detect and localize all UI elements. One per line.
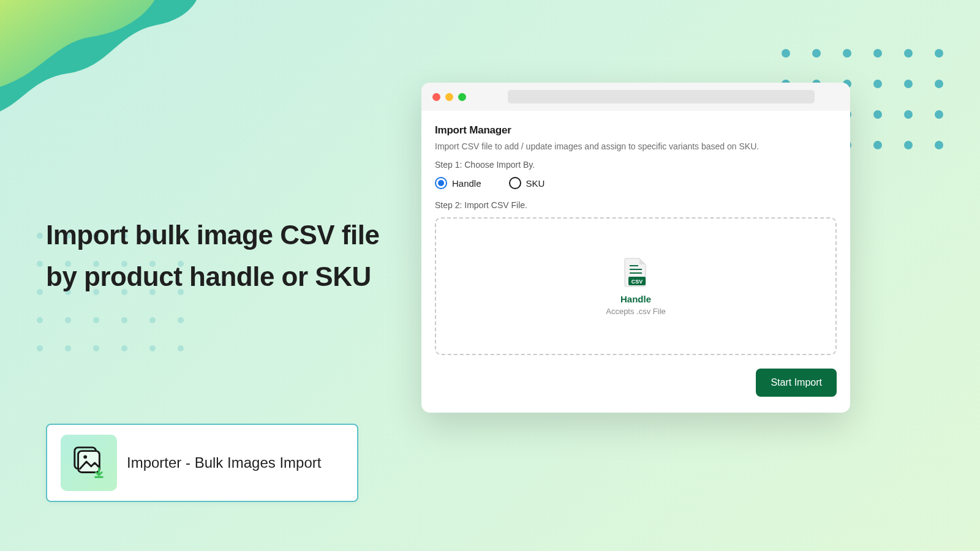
csv-dropzone[interactable]: CSV Handle Accepts .csv File xyxy=(435,217,837,355)
app-badge-card: Importer - Bulk Images Import xyxy=(46,424,358,502)
gallery-download-icon xyxy=(71,445,107,481)
decorative-blob xyxy=(0,0,257,178)
radio-handle[interactable]: Handle xyxy=(435,177,481,189)
app-badge-name: Importer - Bulk Images Import xyxy=(127,454,321,471)
radio-selected-icon xyxy=(435,177,447,189)
step1-label: Step 1: Choose Import By. xyxy=(435,160,837,170)
import-by-radio-group: Handle SKU xyxy=(435,177,837,189)
dropzone-subtext: Accepts .csv File xyxy=(606,307,666,316)
radio-sku[interactable]: SKU xyxy=(509,177,545,189)
radio-sku-label: SKU xyxy=(526,178,545,189)
start-import-button[interactable]: Start Import xyxy=(756,369,837,397)
section-title: Import Manager xyxy=(435,124,837,137)
browser-window: Import Manager Import CSV file to add / … xyxy=(421,83,850,413)
headline: Import bulk image CSV file by product ha… xyxy=(46,214,389,298)
traffic-close-icon[interactable] xyxy=(432,93,440,101)
radio-handle-label: Handle xyxy=(452,178,481,189)
app-badge-icon xyxy=(61,435,117,491)
section-subtitle: Import CSV file to add / update images a… xyxy=(435,141,837,151)
svg-rect-1 xyxy=(78,451,100,473)
svg-point-2 xyxy=(83,455,87,459)
dropzone-title: Handle xyxy=(620,294,651,304)
url-bar[interactable] xyxy=(508,90,815,103)
csv-file-icon: CSV xyxy=(622,257,649,288)
radio-unselected-icon xyxy=(509,177,521,189)
traffic-minimize-icon[interactable] xyxy=(445,93,453,101)
window-chrome xyxy=(421,83,850,111)
step2-label: Step 2: Import CSV File. xyxy=(435,200,837,210)
traffic-zoom-icon[interactable] xyxy=(458,93,466,101)
svg-text:CSV: CSV xyxy=(631,278,643,284)
